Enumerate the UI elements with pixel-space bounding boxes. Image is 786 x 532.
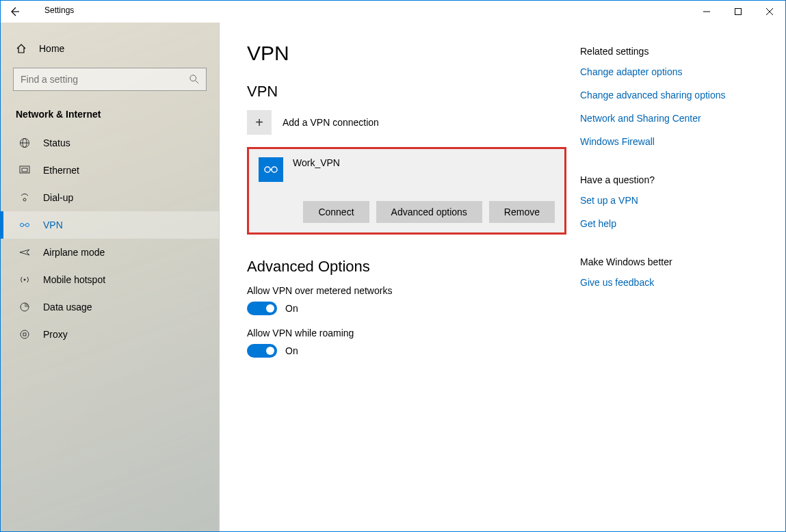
svg-point-4: [190, 75, 196, 81]
search-icon: [189, 75, 199, 84]
sidebar-item-label: Data usage: [43, 302, 92, 312]
sidebar-home-label: Home: [39, 43, 64, 54]
link-setup-vpn[interactable]: Set up a VPN: [580, 195, 758, 206]
roaming-label: Allow VPN while roaming: [247, 328, 566, 338]
globe-icon: [18, 137, 31, 148]
data-icon: [18, 302, 31, 312]
add-vpn-label: Add a VPN connection: [283, 117, 379, 128]
metered-state: On: [285, 303, 298, 314]
home-icon: [16, 43, 27, 54]
sidebar-item-airplane[interactable]: Airplane mode: [1, 239, 219, 266]
sidebar-item-datausage[interactable]: Data usage: [1, 293, 219, 321]
svg-point-12: [21, 224, 24, 227]
vpn-connection-name: Work_VPN: [293, 157, 340, 168]
question-title: Have a question?: [580, 174, 758, 185]
hotspot-icon: [18, 274, 31, 285]
related-settings-title: Related settings: [580, 46, 758, 57]
add-vpn-button[interactable]: + Add a VPN connection: [247, 110, 566, 135]
roaming-state: On: [285, 345, 298, 356]
sidebar-item-dialup[interactable]: Dial-up: [1, 184, 219, 211]
link-adapter-options[interactable]: Change adapter options: [580, 66, 758, 77]
svg-line-5: [196, 81, 198, 83]
section-title: VPN: [247, 83, 566, 101]
svg-point-15: [24, 279, 26, 281]
svg-point-20: [272, 167, 277, 172]
minimize-icon: [703, 8, 710, 15]
minimize-button[interactable]: [691, 1, 722, 23]
search-box[interactable]: [13, 68, 207, 91]
back-button[interactable]: [8, 5, 21, 18]
svg-rect-18: [23, 333, 26, 336]
sidebar-item-hotspot[interactable]: Mobile hotspot: [1, 266, 219, 293]
metered-label: Allow VPN over metered networks: [247, 285, 566, 296]
maximize-icon: [735, 8, 742, 15]
svg-rect-10: [22, 168, 27, 172]
svg-rect-1: [735, 9, 742, 15]
ethernet-icon: [18, 165, 31, 176]
sidebar-item-label: Status: [43, 137, 70, 148]
remove-button[interactable]: Remove: [489, 201, 555, 223]
vpn-connection-card[interactable]: Work_VPN Connect Advanced options Remove: [247, 147, 566, 235]
airplane-icon: [18, 247, 31, 258]
roaming-toggle[interactable]: [247, 344, 277, 358]
sidebar-item-label: Airplane mode: [43, 247, 105, 258]
sidebar-item-label: Ethernet: [43, 165, 79, 176]
advanced-options-title: Advanced Options: [247, 258, 566, 276]
connect-button[interactable]: Connect: [303, 201, 369, 223]
search-input[interactable]: [21, 74, 189, 85]
metered-toggle[interactable]: [247, 302, 277, 315]
sidebar-item-label: VPN: [43, 220, 63, 230]
sidebar-item-label: Mobile hotspot: [43, 274, 105, 285]
close-icon: [766, 8, 773, 15]
sidebar: Home Network & Internet Status Ethernet …: [1, 23, 220, 531]
svg-point-13: [26, 224, 29, 227]
svg-point-11: [23, 198, 26, 201]
sidebar-category: Network & Internet: [1, 103, 219, 129]
page-title: VPN: [247, 42, 566, 65]
sidebar-item-ethernet[interactable]: Ethernet: [1, 157, 219, 184]
svg-point-17: [21, 330, 29, 338]
vpn-connection-icon: [259, 157, 283, 182]
sidebar-home[interactable]: Home: [1, 36, 219, 61]
sidebar-item-proxy[interactable]: Proxy: [1, 321, 219, 348]
link-windows-firewall[interactable]: Windows Firewall: [580, 136, 758, 147]
link-network-sharing-center[interactable]: Network and Sharing Center: [580, 113, 758, 124]
sidebar-item-vpn[interactable]: VPN: [1, 211, 219, 239]
window-title: Settings: [44, 5, 74, 15]
sidebar-item-status[interactable]: Status: [1, 129, 219, 157]
better-title: Make Windows better: [580, 256, 758, 267]
arrow-left-icon: [9, 6, 20, 17]
vpn-icon: [18, 220, 31, 230]
proxy-icon: [18, 329, 31, 340]
link-get-help[interactable]: Get help: [580, 218, 758, 229]
titlebar: Settings: [1, 1, 785, 23]
close-button[interactable]: [754, 1, 785, 23]
sidebar-item-label: Proxy: [43, 329, 68, 340]
dialup-icon: [18, 192, 31, 203]
plus-icon: +: [247, 110, 272, 135]
sidebar-item-label: Dial-up: [43, 192, 73, 203]
svg-point-19: [265, 167, 270, 172]
maximize-button[interactable]: [722, 1, 754, 23]
link-advanced-sharing[interactable]: Change advanced sharing options: [580, 90, 758, 101]
advanced-options-button[interactable]: Advanced options: [376, 201, 482, 223]
link-feedback[interactable]: Give us feedback: [580, 277, 758, 288]
